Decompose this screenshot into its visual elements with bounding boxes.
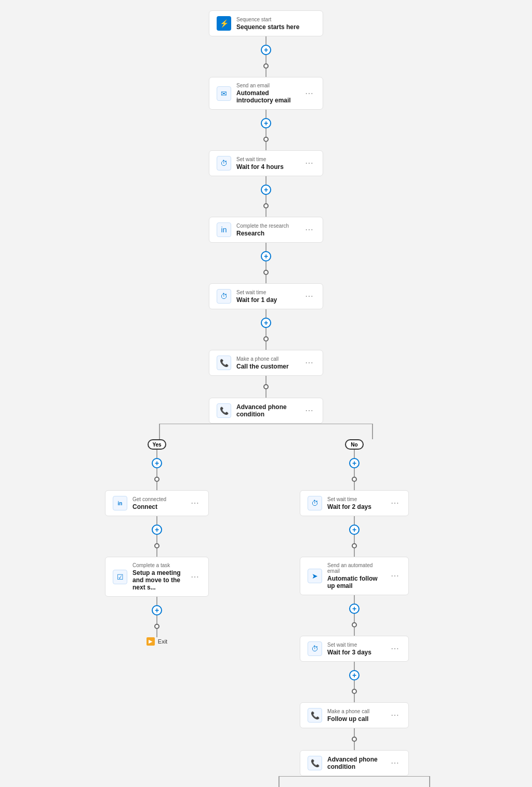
card-menu-10[interactable]: ⋯ — [389, 571, 401, 581]
line — [354, 450, 355, 458]
call-customer-label: Make a phone call — [236, 356, 298, 362]
followup-call-card: 📞 Make a phone call Follow up call ⋯ — [300, 702, 409, 728]
auto-email-title: Automatic follow up email — [327, 575, 383, 589]
yes-label-1: Yes — [148, 439, 166, 450]
add-button-3[interactable]: + — [261, 185, 271, 195]
add-btn-no-1[interactable]: + — [349, 458, 360, 468]
no-label-1: No — [345, 439, 364, 450]
add-btn-yes-3[interactable]: + — [152, 605, 162, 615]
send-email-1-title: Automated introductory email — [236, 89, 298, 104]
branch-1-container: Yes + in Get connected Connect — [84, 424, 448, 787]
send-email-1-label: Send an email — [236, 83, 298, 88]
card-menu-9[interactable]: ⋯ — [389, 498, 401, 508]
line — [354, 595, 355, 604]
wait-1d-card: ⏱ Set wait time Wait for 1 day ⋯ — [209, 283, 323, 309]
add-btn-yes-1[interactable]: + — [152, 458, 162, 468]
card-menu-1[interactable]: ⋯ — [303, 88, 315, 99]
phone-icon: 📞 — [217, 356, 231, 370]
wait-4h-title: Wait for 4 hours — [236, 163, 298, 170]
add-button-5[interactable]: + — [261, 318, 271, 328]
task-icon-1: ☑ — [113, 570, 127, 584]
condition-icon: 📞 — [217, 403, 231, 418]
dot — [263, 270, 269, 275]
dot — [154, 624, 159, 629]
connector-yes-2: + — [152, 516, 162, 557]
auto-email-icon: ➤ — [308, 569, 322, 583]
connector-4: + — [261, 243, 271, 283]
line — [354, 627, 355, 636]
dot — [263, 137, 269, 142]
dot — [352, 477, 357, 482]
card-menu-7[interactable]: ⋯ — [189, 498, 201, 508]
wait-icon-4: ⏱ — [308, 641, 322, 656]
wait-3d-card: ⏱ Set wait time Wait for 3 days ⋯ — [300, 636, 409, 662]
wait-2d-1-label: Set wait time — [327, 496, 383, 502]
add-btn-no-3[interactable]: + — [349, 604, 360, 614]
call-customer-card: 📞 Make a phone call Call the customer ⋯ — [209, 350, 323, 376]
connector-1: + — [261, 36, 271, 77]
wait-2d-1-title: Wait for 2 days — [327, 503, 383, 510]
branch-2-svg — [224, 776, 484, 787]
line — [265, 55, 267, 63]
connect-card: in Get connected Connect ⋯ — [105, 490, 209, 516]
dot — [263, 203, 269, 208]
add-btn-no-4[interactable]: + — [349, 670, 360, 680]
research-label: Complete the research — [236, 223, 298, 229]
line — [354, 482, 355, 490]
connect-label: Get connected — [132, 496, 183, 502]
line — [265, 128, 267, 137]
task-meeting-1-title: Setup a meeting and move to the next s..… — [132, 569, 183, 591]
sequence-start-label: Sequence start — [236, 17, 315, 22]
dot — [263, 384, 269, 389]
dot — [154, 477, 159, 482]
line — [156, 548, 157, 557]
line — [156, 597, 157, 605]
line — [354, 535, 355, 543]
followup-call-label: Make a phone call — [327, 709, 383, 714]
line — [156, 615, 157, 624]
line — [265, 142, 267, 150]
line — [265, 208, 267, 217]
card-menu-11[interactable]: ⋯ — [389, 644, 401, 654]
exit-1-label: Exit — [158, 638, 167, 645]
add-button-4[interactable]: + — [261, 251, 271, 261]
card-menu-6[interactable]: ⋯ — [303, 405, 315, 416]
card-menu-4[interactable]: ⋯ — [303, 291, 315, 301]
line — [265, 376, 267, 384]
card-menu-3[interactable]: ⋯ — [303, 225, 315, 235]
dot — [352, 622, 357, 627]
phone-condition-1-title: Advanced phone condition — [236, 403, 298, 418]
line — [265, 309, 267, 318]
line — [265, 36, 267, 45]
card-menu-12[interactable]: ⋯ — [389, 710, 401, 720]
add-btn-yes-2[interactable]: + — [152, 524, 162, 535]
line — [265, 275, 267, 283]
connect-title: Connect — [132, 503, 183, 510]
no-connector-4: + — [349, 662, 360, 702]
add-button-2[interactable]: + — [261, 118, 271, 128]
connector-3: + — [261, 176, 271, 217]
card-menu-5[interactable]: ⋯ — [303, 358, 315, 368]
connect-icon: in — [113, 496, 127, 510]
yes-connector-1: + — [152, 450, 162, 490]
sequence-start-card: ⚡ Sequence start Sequence starts here — [209, 10, 323, 36]
line — [156, 516, 157, 524]
card-menu-8[interactable]: ⋯ — [189, 572, 201, 582]
branch-2-container: Yes + ☑ — [224, 776, 484, 787]
card-menu-2[interactable]: ⋯ — [303, 158, 315, 168]
card-menu-13[interactable]: ⋯ — [389, 758, 401, 768]
no-connector-3: + — [349, 595, 360, 636]
connector-yes-3: + — [152, 597, 162, 637]
line — [156, 482, 157, 490]
wait-2d-1-card: ⏱ Set wait time Wait for 2 days ⋯ — [300, 490, 409, 516]
line — [265, 243, 267, 251]
add-btn-no-2[interactable]: + — [349, 524, 360, 535]
line — [354, 728, 355, 737]
connector-2: + — [261, 110, 271, 150]
line — [265, 342, 267, 350]
call-customer-title: Call the customer — [236, 363, 298, 370]
yes-branch-1: Yes + in Get connected Connect — [84, 439, 230, 646]
add-button-1[interactable]: + — [261, 45, 271, 55]
sequence-start-title: Sequence starts here — [236, 23, 315, 31]
followup-call-title: Follow up call — [327, 715, 383, 723]
